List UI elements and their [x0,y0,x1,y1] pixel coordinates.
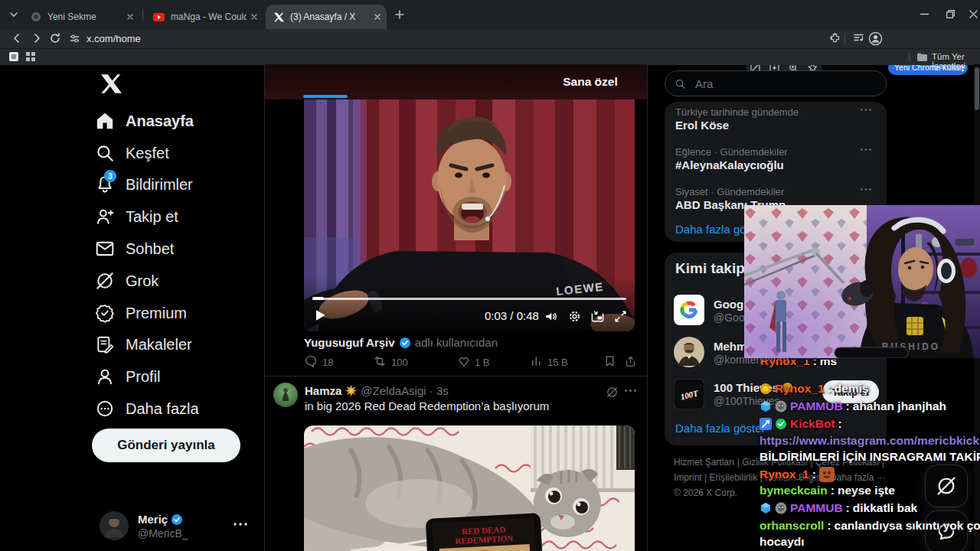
reply-count[interactable]: 18 [322,357,333,368]
notification-badge: 3 [104,170,116,182]
video-attribution[interactable]: Yugusuguf Arşiv adlı kullanıcıdan [304,336,498,349]
chat-text: ms [820,360,837,368]
avatar[interactable] [273,383,298,407]
chat-text: neyse işte [838,484,895,497]
site-info-icon[interactable] [69,33,80,44]
video-progress-track[interactable] [312,298,626,300]
verified-badge-icon [399,337,411,349]
forward-icon[interactable] [31,32,43,44]
x-logo[interactable] [101,73,122,94]
bot-badge-icon [760,418,772,430]
browser-tab-youtube[interactable]: maNga - We Could Be The Sam [145,5,263,29]
attribution-name[interactable]: Yugusuguf Arşiv [304,336,395,349]
post-more-icon[interactable] [625,390,636,392]
google-logo[interactable] [674,295,704,325]
sidebar-item-explore[interactable]: Keşfet [95,142,169,165]
trend-more-icon[interactable] [861,148,871,151]
sidebar-item-label: Keşfet [126,142,169,165]
post-text: in big 2026 Red Dead Redemption’a başlıy… [305,399,549,412]
sidebar-item-home[interactable]: Anasayfa [95,109,194,132]
tab-for-you[interactable]: Sana özel [557,75,623,89]
apps-grid-icon[interactable] [26,52,35,61]
chat-sep: : [813,360,817,368]
more-circle-icon [95,399,115,419]
tab-close-icon[interactable] [374,14,381,20]
volume-icon[interactable] [544,309,558,324]
reading-list-icon[interactable] [853,32,864,44]
post-header[interactable]: Hamza @ZeldaAsigi · 3s [305,384,596,397]
attribution-suffix: adlı kullanıcıdan [415,336,498,349]
bookmark-icon[interactable] [603,354,616,368]
grok-fab-button[interactable] [925,465,968,507]
active-tab-indicator [303,95,348,98]
fullscreen-icon[interactable] [613,309,628,324]
like-icon[interactable] [457,354,471,368]
sidebar-item-messages[interactable]: Sohbet [95,237,174,260]
trend-more-icon[interactable] [861,109,871,111]
window-restore-icon[interactable] [946,10,955,18]
bookmark-favicon[interactable] [9,52,18,61]
chat-user: orhanscroll [760,519,824,533]
hundred-thieves-logo[interactable]: 100T [674,379,704,409]
share-icon[interactable] [624,354,637,368]
avatar[interactable] [100,511,129,540]
play-icon[interactable] [312,308,328,323]
tab-title: maNga - We Could Be The Sam [171,11,247,22]
back-icon[interactable] [11,32,23,44]
settings-gear-icon[interactable] [567,309,582,324]
post-author-name[interactable]: Hamza [305,384,341,397]
account-menu-icon[interactable] [234,523,247,526]
sidebar-item-notifications[interactable]: 3 Bildirimler [95,173,193,196]
person-add-icon [95,207,115,227]
trend-title[interactable]: #AleynaKalaycıoğlu [675,158,784,171]
follow-show-more-link[interactable]: Daha fazla göster [675,422,766,435]
like-count[interactable]: 1 B [475,357,490,368]
chat-user: Rynox_1 [760,360,810,368]
profile-avatar-icon[interactable] [868,31,883,46]
window-close-icon[interactable] [969,10,978,18]
post-author-meta[interactable]: @ZeldaAsigi · 3s [361,384,448,397]
window-minimize-icon[interactable] [920,13,929,15]
sidebar-item-more[interactable]: Daha fazla [95,397,199,420]
chat-text: BİLDİRİMLERİ İÇİN INSRAGRAMI TAKİP ET !!… [760,450,980,464]
search-input[interactable] [694,77,850,91]
trend-meta: Türkiye tarihinde gündemde [675,106,799,118]
browser-tab-newtab[interactable]: Yeni Sekme [23,5,139,29]
repost-icon[interactable] [373,354,387,368]
sidebar-item-profile[interactable]: Profil [95,365,161,388]
trend-meta: Eğlence · Gündemdekiler [675,146,788,158]
account-name: Meriç [138,513,168,526]
compose-post-button[interactable]: Gönderi yayınla [92,429,240,462]
chat-line: BİLDİRİMLERİ İÇİN INSRAGRAMI TAKİP ET !!… [760,450,980,464]
video-player[interactable]: LOEWE 0:03 / 0:48 [304,99,635,331]
views-icon[interactable] [530,354,544,368]
all-bookmarks-button[interactable]: Tüm Yer İşaretleri [932,52,980,70]
url-field[interactable]: x.com/home [87,33,141,44]
emote-badge-icon [775,400,787,412]
sidebar-item-premium[interactable]: Premium [95,302,187,324]
search-box[interactable] [665,70,887,96]
tab-search-chevron-icon[interactable] [8,8,20,21]
account-name-row[interactable]: Meriç [138,513,183,526]
scrollbar-thumb[interactable] [975,67,979,110]
reload-icon[interactable] [49,32,61,44]
chat-sep: : [812,468,816,481]
extensions-puzzle-icon[interactable] [829,32,841,44]
sidebar-item-follow[interactable]: Takip et [95,205,178,228]
repost-count[interactable]: 100 [391,357,408,368]
sidebar-item-articles[interactable]: Makaleler [95,333,192,356]
trend-more-icon[interactable] [861,188,871,191]
browser-tab-x-active[interactable]: (3) Anasayfa / X [266,5,387,29]
new-tab-button[interactable] [395,10,404,19]
post-media-image[interactable]: RED DEAD REDEMPTION [304,425,635,551]
tab-close-icon[interactable] [127,14,133,20]
tab-close-icon[interactable] [251,14,257,20]
sidebar-item-grok[interactable]: Grok [95,269,158,292]
pip-icon[interactable] [590,309,605,324]
grok-actions-icon[interactable] [606,386,619,399]
trend-title[interactable]: Erol Köse [675,119,729,132]
avatar[interactable] [674,337,704,367]
video-progress-played [312,297,324,300]
views-count[interactable]: 15 B [547,357,568,368]
reply-icon[interactable] [304,354,318,368]
